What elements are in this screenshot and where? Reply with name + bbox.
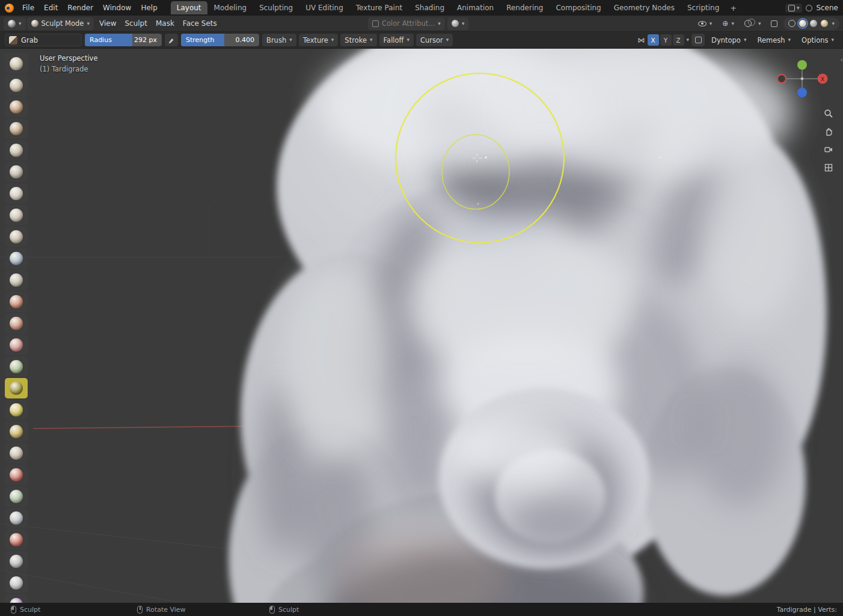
dropdown-texture[interactable]: Texture ▾ <box>299 34 339 46</box>
brush-layer[interactable] <box>5 162 28 182</box>
axis-y-handle[interactable] <box>797 60 807 70</box>
tab-texture-paint[interactable]: Texture Paint <box>350 1 408 14</box>
brush-blob[interactable] <box>5 205 28 225</box>
blender-logo-icon[interactable] <box>5 4 14 13</box>
radius-unit-toggle[interactable] <box>165 34 178 46</box>
menu-window[interactable]: Window <box>98 2 136 14</box>
brush-crease[interactable] <box>5 227 28 247</box>
viewport-shading-group: ▾ <box>783 17 839 30</box>
brush-flatten[interactable] <box>5 270 28 290</box>
shading-material-button[interactable] <box>810 20 817 27</box>
menu-render[interactable]: Render <box>63 2 98 14</box>
dropdown-brush[interactable]: Brush ▾ <box>262 34 296 46</box>
brush-boundary[interactable] <box>5 551 28 572</box>
radius-slider[interactable]: Radius 292 px <box>85 34 162 46</box>
shading-wireframe-button[interactable] <box>788 20 795 27</box>
tab-animation[interactable]: Animation <box>451 1 500 14</box>
tab-layout[interactable]: Layout <box>171 1 207 14</box>
tab-geometry-nodes[interactable]: Geometry Nodes <box>608 1 681 14</box>
eye-icon <box>698 21 707 26</box>
menu-view[interactable]: View <box>95 17 120 29</box>
sculpt-toolshelf <box>5 53 30 603</box>
pan-button[interactable] <box>821 124 836 139</box>
brush-cloth[interactable] <box>5 573 28 593</box>
tardigrade-mesh[interactable] <box>228 49 827 603</box>
brush-multiplane-scrape[interactable] <box>5 335 28 355</box>
menu-sculpt[interactable]: Sculpt <box>120 17 151 29</box>
add-workspace-button[interactable]: + <box>725 2 741 14</box>
menu-file[interactable]: File <box>17 2 39 14</box>
tab-rendering[interactable]: Rendering <box>500 1 549 14</box>
overlays-toggle[interactable]: ▾ <box>740 17 765 30</box>
mirror-axis-z[interactable]: Z <box>673 34 684 46</box>
tab-shading[interactable]: Shading <box>409 1 450 14</box>
active-brush-selector[interactable]: Grab <box>5 34 82 46</box>
remesh-panel-button[interactable]: Remesh▾ <box>753 34 795 46</box>
tab-modeling[interactable]: Modeling <box>208 1 253 14</box>
tab-sculpting[interactable]: Sculpting <box>253 1 299 14</box>
navigation-gizmo[interactable]: X <box>774 57 830 100</box>
dropdown-falloff[interactable]: Falloff ▾ <box>379 34 414 46</box>
brush-sphere-icon <box>10 187 23 200</box>
mirror-axis-y[interactable]: Y <box>660 34 672 46</box>
menu-edit[interactable]: Edit <box>39 2 63 14</box>
left-mouse-icon <box>11 606 16 614</box>
toggle-ortho-button[interactable] <box>821 160 836 175</box>
screen-layout-icon[interactable]: ▾ <box>785 4 803 13</box>
dropdown-cursor[interactable]: Cursor ▾ <box>416 34 453 46</box>
editor-type-button[interactable]: ▾ <box>4 17 26 30</box>
color-attribute-selector[interactable]: Color Attribut... ▾ <box>368 17 445 30</box>
topbar-menus: FileEditRenderWindowHelp <box>17 2 162 14</box>
gizmos-toggle[interactable]: ⊕▾ <box>718 17 738 30</box>
dropdown-stroke[interactable]: Stroke ▾ <box>340 34 376 46</box>
3d-viewport[interactable]: User Perspective (1) Tardigrade <box>0 49 843 603</box>
mirror-axes-group: XYZ <box>648 34 684 46</box>
region-collapse-arrow[interactable]: ‹ <box>841 56 843 64</box>
strength-slider[interactable]: Strength 0.400 <box>181 34 259 46</box>
tab-scripting[interactable]: Scripting <box>681 1 725 14</box>
brush-nudge[interactable] <box>5 486 28 507</box>
xray-toggle[interactable] <box>767 17 782 30</box>
brush-sphere-icon <box>10 425 23 438</box>
options-panel-button[interactable]: Options▾ <box>797 34 838 46</box>
shading-solid-button[interactable] <box>799 20 806 27</box>
brush-scrape[interactable] <box>5 313 28 334</box>
brush-draw[interactable] <box>5 53 28 74</box>
brush-slide-relax[interactable] <box>5 529 28 550</box>
tab-compositing[interactable]: Compositing <box>550 1 607 14</box>
shading-sphere-button[interactable]: ▾ <box>447 17 469 30</box>
menu-face-sets[interactable]: Face Sets <box>179 17 221 29</box>
brush-clay-thumb[interactable] <box>5 140 28 160</box>
scene-selector[interactable]: Scene <box>816 4 838 12</box>
axis-x-negative-handle[interactable] <box>777 75 786 83</box>
chevron-down-icon: ▾ <box>331 37 334 43</box>
brush-elastic-deform[interactable] <box>5 400 28 420</box>
brush-snake-hook[interactable] <box>5 421 28 442</box>
visibility-dropdown[interactable]: ▾ <box>694 17 717 30</box>
zoom-button[interactable] <box>821 106 836 121</box>
camera-view-button[interactable] <box>821 142 836 157</box>
brush-clay[interactable] <box>5 97 28 117</box>
brush-pinch[interactable] <box>5 356 28 377</box>
mode-selector[interactable]: Sculpt Mode ▾ <box>27 17 94 30</box>
brush-draw-sharp[interactable] <box>5 75 28 96</box>
brush-sphere-icon <box>10 122 23 135</box>
brush-clay-strips[interactable] <box>5 118 28 139</box>
brush-inflate[interactable] <box>5 183 28 204</box>
brush-grab[interactable] <box>5 378 28 398</box>
brush-pose[interactable] <box>5 465 28 485</box>
dyntopo-checkbox[interactable] <box>691 34 705 46</box>
mirror-axis-x[interactable]: X <box>648 34 659 46</box>
dyntopo-panel-button[interactable]: Dyntopo▾ <box>707 34 750 46</box>
brush-rotate[interactable] <box>5 508 28 528</box>
brush-fill[interactable] <box>5 291 28 312</box>
menu-help[interactable]: Help <box>136 2 162 14</box>
menu-mask[interactable]: Mask <box>152 17 179 29</box>
brush-smooth[interactable] <box>5 248 28 269</box>
brush-simplify[interactable] <box>5 594 28 603</box>
axis-z-handle[interactable] <box>797 88 807 97</box>
sculpt-canvas[interactable] <box>0 49 843 603</box>
brush-thumb[interactable] <box>5 443 28 463</box>
tab-uv-editing[interactable]: UV Editing <box>299 1 349 14</box>
shading-rendered-button[interactable] <box>821 20 828 27</box>
